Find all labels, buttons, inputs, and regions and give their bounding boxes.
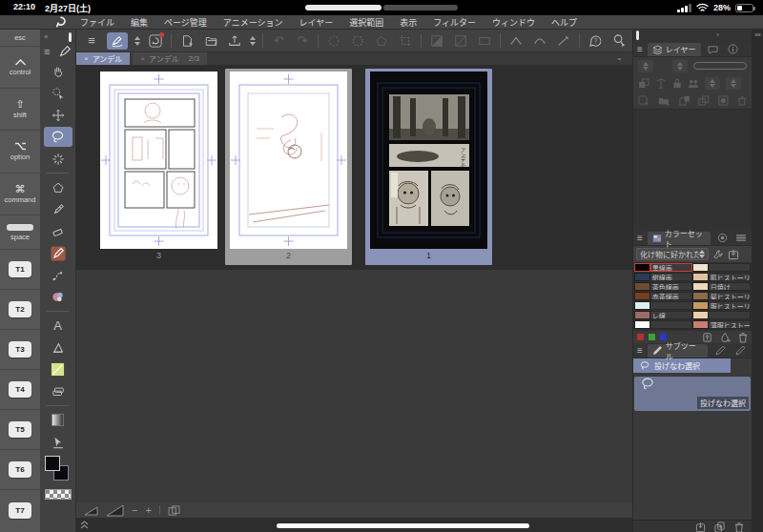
invert-selection-button[interactable] bbox=[428, 32, 445, 50]
snap-grid-button[interactable] bbox=[555, 32, 572, 50]
key-t7[interactable]: T7 bbox=[0, 490, 40, 530]
open-file-button[interactable] bbox=[202, 32, 219, 50]
tab-layer-property[interactable] bbox=[706, 44, 721, 55]
tab-subtool-2[interactable] bbox=[712, 345, 728, 357]
zoom-out-button[interactable]: − bbox=[132, 504, 137, 516]
layer-panel-menu-icon[interactable]: ≡ bbox=[637, 44, 643, 54]
how-to-use-button[interactable]: ? bbox=[587, 32, 604, 50]
merge-layer-icon[interactable] bbox=[698, 95, 710, 106]
subtool-group-tab[interactable]: 投げなわ選択 bbox=[633, 358, 731, 373]
tool-move[interactable] bbox=[44, 105, 72, 125]
page-thumbnail-2[interactable]: 2 bbox=[225, 69, 352, 265]
swatch-label[interactable]: 肌ヒストーリエ bbox=[709, 273, 751, 281]
import-subtool-icon[interactable] bbox=[695, 522, 706, 532]
tool-operation[interactable] bbox=[44, 432, 72, 452]
tool-object-select[interactable] bbox=[44, 83, 72, 103]
palette-drag-handle[interactable] bbox=[69, 32, 72, 42]
tool-eraser[interactable] bbox=[44, 221, 72, 241]
delete-subtool-icon[interactable] bbox=[734, 522, 744, 532]
new-layer-icon[interactable] bbox=[638, 95, 650, 106]
gesture-spinner[interactable] bbox=[134, 36, 140, 46]
tool-polyline[interactable] bbox=[44, 338, 72, 358]
swatch[interactable] bbox=[692, 320, 709, 329]
layer-spinner-2[interactable] bbox=[726, 77, 741, 90]
opacity-slider[interactable] bbox=[693, 62, 747, 70]
menu-edit[interactable]: 編集 bbox=[131, 16, 148, 29]
swatch[interactable] bbox=[692, 301, 709, 310]
undo-button[interactable]: ↶ bbox=[270, 32, 287, 50]
swatch-label[interactable]: 黒線画 bbox=[650, 263, 692, 272]
deselect-button[interactable] bbox=[325, 32, 342, 50]
tool-eyedropper[interactable] bbox=[44, 199, 72, 219]
swatch-label[interactable]: 日焼け bbox=[709, 282, 751, 291]
tool-pen[interactable] bbox=[44, 243, 72, 263]
layer-spinner-1[interactable] bbox=[705, 77, 720, 90]
subtool-menu-icon[interactable]: ≡ bbox=[637, 345, 643, 356]
opacity-spinner[interactable] bbox=[672, 60, 688, 72]
blend-mode-spinner[interactable] bbox=[638, 60, 653, 72]
collapse-panels-icon[interactable]: « bbox=[757, 31, 760, 38]
key-t6[interactable]: T6 bbox=[0, 450, 40, 490]
tab-subtool[interactable]: サブツール bbox=[648, 344, 708, 358]
key-t5[interactable]: T5 bbox=[0, 410, 40, 450]
page-thumbnail-1[interactable]: アンデル 1 bbox=[365, 69, 492, 265]
add-color-droplet-icon[interactable] bbox=[720, 332, 731, 343]
swatch[interactable] bbox=[692, 292, 709, 300]
delete-layer-icon[interactable] bbox=[737, 95, 747, 106]
collapse-left-icon[interactable]: « bbox=[44, 32, 48, 41]
zoom-in-button[interactable]: + bbox=[145, 504, 151, 516]
new-page-button[interactable] bbox=[178, 32, 196, 50]
delete-color-icon[interactable] bbox=[738, 332, 748, 343]
quick-chip-green[interactable] bbox=[649, 334, 655, 340]
tool-frame-border[interactable] bbox=[44, 381, 72, 401]
layer-mask-icon[interactable] bbox=[718, 95, 729, 106]
swatch-label[interactable] bbox=[709, 311, 751, 319]
collapse-panel-icon[interactable]: › bbox=[716, 31, 719, 39]
close-tab-icon[interactable]: × bbox=[140, 54, 145, 63]
tool-pan[interactable] bbox=[44, 61, 72, 81]
touch-gesture-toggle[interactable] bbox=[107, 32, 128, 50]
save-spinner[interactable] bbox=[250, 36, 256, 46]
key-command[interactable]: ⌘ command bbox=[0, 174, 40, 215]
new-folder-icon[interactable] bbox=[658, 95, 670, 106]
menu-window[interactable]: ウィンドウ bbox=[492, 16, 535, 29]
expand-bar-icon[interactable] bbox=[80, 520, 89, 529]
tool-figure[interactable] bbox=[44, 359, 72, 379]
tab-color-wheel[interactable] bbox=[715, 233, 730, 244]
selection-mask-button[interactable] bbox=[452, 32, 469, 50]
transfer-layer-icon[interactable] bbox=[679, 95, 691, 106]
foreground-color-swatch[interactable] bbox=[45, 456, 60, 471]
swatch[interactable] bbox=[634, 263, 650, 272]
palette-menu-icon[interactable]: ≡ bbox=[44, 46, 50, 57]
key-shift[interactable]: ⇧ shift bbox=[0, 89, 40, 131]
edit-colorset-wrench-icon[interactable] bbox=[712, 249, 724, 260]
swatch[interactable] bbox=[692, 282, 709, 291]
swatch-label[interactable] bbox=[650, 301, 692, 310]
reference-layer-icon[interactable] bbox=[688, 78, 699, 89]
quick-chip-red[interactable] bbox=[637, 334, 644, 340]
key-t2[interactable]: T2 bbox=[0, 290, 40, 330]
tool-curve[interactable] bbox=[44, 265, 72, 285]
menu-animation[interactable]: アニメーション bbox=[223, 16, 283, 29]
key-t1[interactable]: T1 bbox=[0, 250, 40, 290]
key-control[interactable]: control bbox=[0, 47, 40, 89]
swatch[interactable] bbox=[634, 282, 650, 291]
swatch-label[interactable]: 服ヒストーリエ bbox=[709, 301, 751, 310]
multitask-pill-left[interactable] bbox=[305, 5, 382, 10]
key-t3[interactable]: T3 bbox=[0, 330, 40, 370]
swatch-label[interactable]: レ線 bbox=[650, 311, 692, 319]
zoom-operation-button[interactable] bbox=[610, 32, 628, 50]
panel-drag-handle[interactable] bbox=[636, 31, 639, 40]
layer-list[interactable] bbox=[633, 109, 752, 231]
tab-color-slider[interactable] bbox=[734, 233, 749, 244]
import-colorset-icon[interactable] bbox=[728, 249, 739, 260]
key-esc[interactable]: esc bbox=[0, 30, 40, 47]
lock-icon[interactable] bbox=[672, 78, 682, 89]
snap-ruler-button[interactable] bbox=[507, 32, 525, 50]
clip-to-layer-icon[interactable] bbox=[638, 78, 650, 89]
tool-gradient[interactable] bbox=[44, 410, 72, 430]
swatch[interactable] bbox=[634, 273, 650, 281]
swatch-label[interactable]: 薄服ヒストーリエ bbox=[709, 320, 751, 329]
tool-decoration[interactable] bbox=[44, 287, 72, 307]
page-manager-canvas[interactable]: 3 bbox=[76, 65, 632, 502]
